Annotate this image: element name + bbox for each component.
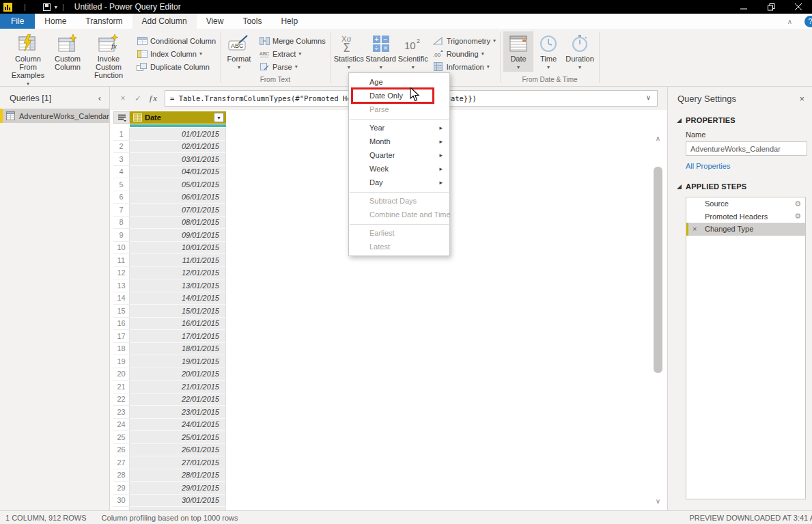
profiling-status[interactable]: Column profiling based on top 1000 rows	[102, 514, 238, 522]
table-row[interactable]: 20 20/01/2015	[113, 368, 227, 381]
date-cell[interactable]: 09/01/2015	[130, 229, 226, 242]
collapse-queries-panel-icon[interactable]: ‹	[98, 93, 101, 103]
table-row[interactable]: 19 19/01/2015	[113, 355, 227, 368]
table-row[interactable]: 14 14/01/2015	[113, 292, 227, 305]
menu-item[interactable]: Earliest ▸	[349, 226, 449, 240]
query-item-adventureworks-calendar[interactable]: AdventureWorks_Calendar	[0, 109, 109, 123]
table-row[interactable]: 4 04/01/2015	[113, 166, 227, 179]
help-icon[interactable]: ?	[804, 16, 812, 27]
date-cell[interactable]: 29/01/2015	[130, 482, 226, 495]
menu-item[interactable]: Subtract Days ▸	[349, 194, 449, 208]
column-from-examples-button[interactable]: Column From Examples ▾	[5, 31, 51, 88]
date-cell[interactable]: 25/01/2015	[130, 431, 226, 444]
merge-columns-button[interactable]: Merge Columns	[259, 34, 326, 47]
table-row[interactable]: 1 01/01/2015	[113, 128, 227, 141]
trigonometry-button[interactable]: Trigonometry ▾	[433, 34, 496, 47]
parse-button[interactable]: Parse ▾	[259, 60, 326, 73]
table-row[interactable]: 3 03/01/2015	[113, 153, 227, 166]
date-cell[interactable]: 02/01/2015	[130, 141, 226, 154]
table-row[interactable]: 6 06/01/2015	[113, 191, 227, 204]
ribbon-tab[interactable]: View	[197, 14, 234, 29]
date-cell[interactable]: 17/01/2015	[130, 330, 226, 343]
delete-step-icon[interactable]: ×	[692, 225, 697, 233]
table-row[interactable]: 5 05/01/2015	[113, 178, 227, 191]
date-cell[interactable]: 18/01/2015	[130, 343, 226, 356]
applied-step[interactable]: × Changed Type ⚙	[686, 223, 805, 236]
scroll-down-icon[interactable]: ∨	[652, 497, 664, 505]
close-query-settings-icon[interactable]: ×	[799, 94, 804, 104]
table-row[interactable]: 25 25/01/2015	[113, 431, 227, 444]
column-header-date[interactable]: Date ▼	[130, 111, 226, 124]
date-cell[interactable]: 08/01/2015	[130, 217, 226, 230]
ribbon-tab[interactable]: Help	[271, 14, 307, 29]
date-cell[interactable]: 30/01/2015	[130, 495, 226, 508]
menu-item[interactable]: Age ▸	[349, 75, 449, 89]
invoke-custom-function-button[interactable]: fx Invoke Custom Function	[85, 31, 132, 79]
menu-item[interactable]: Month ▸	[349, 135, 449, 148]
table-options-button[interactable]	[113, 111, 130, 124]
scroll-up-icon[interactable]: ∧	[652, 135, 664, 142]
date-cell[interactable]: 12/01/2015	[130, 267, 226, 280]
applied-step[interactable]: × Promoted Headers ⚙	[686, 210, 805, 223]
menu-item[interactable]: Parse ▸	[349, 102, 449, 116]
table-row[interactable]: 12 12/01/2015	[113, 267, 227, 280]
table-row[interactable]: 15 15/01/2015	[113, 305, 227, 318]
date-cell[interactable]: 28/01/2015	[130, 469, 226, 482]
date-cell[interactable]: 13/01/2015	[130, 279, 226, 292]
date-cell[interactable]: 05/01/2015	[130, 178, 226, 191]
ribbon-tab[interactable]: Add Column	[132, 14, 197, 29]
vertical-scrollbar[interactable]: ∧ ∨	[652, 130, 664, 506]
menu-item[interactable]: Quarter ▸	[349, 148, 449, 162]
date-cell[interactable]: 23/01/2015	[130, 406, 226, 419]
standard-button[interactable]: +−÷× Standard ▾	[365, 31, 397, 72]
step-settings-gear-icon[interactable]: ⚙	[794, 212, 801, 221]
date-cell[interactable]: 04/01/2015	[130, 166, 226, 179]
date-cell[interactable]: 10/01/2015	[130, 242, 226, 255]
date-cell[interactable]: 21/01/2015	[130, 381, 226, 394]
column-filter-button[interactable]: ▼	[214, 113, 224, 122]
restore-button[interactable]	[757, 0, 785, 14]
date-cell[interactable]: 06/01/2015	[130, 191, 226, 204]
close-button[interactable]	[785, 0, 812, 14]
information-button[interactable]: Information ▾	[433, 60, 496, 73]
custom-column-button[interactable]: Custom Column	[51, 31, 85, 71]
formula-commit-button[interactable]: ✓	[130, 94, 145, 103]
duplicate-column-button[interactable]: Duplicate Column	[137, 60, 216, 73]
format-button[interactable]: ABC Format ▾	[223, 31, 255, 72]
ribbon-tab[interactable]: Home	[35, 14, 76, 29]
time-button[interactable]: Time ▾	[533, 31, 563, 72]
statistics-button[interactable]: ΧσΣ Statistics ▾	[333, 31, 365, 72]
table-row[interactable]: 22 22/01/2015	[113, 394, 227, 406]
formula-expand-chevron-icon[interactable]: ∨	[646, 94, 651, 101]
table-row[interactable]: 27 27/01/2015	[113, 456, 227, 469]
applied-step[interactable]: × Source ⚙	[686, 197, 805, 210]
table-row[interactable]: 13 13/01/2015	[113, 279, 227, 292]
date-cell[interactable]: 03/01/2015	[130, 153, 226, 166]
table-row[interactable]: 9 09/01/2015	[113, 229, 227, 242]
table-row[interactable]: 2 02/01/2015	[113, 141, 227, 154]
menu-item[interactable]: Year ▸	[349, 121, 449, 135]
menu-item[interactable]: Combine Date and Time ▸	[349, 208, 449, 221]
table-row[interactable]: 21 21/01/2015	[113, 381, 227, 394]
menu-item[interactable]: ▸	[350, 191, 449, 193]
date-cell[interactable]: 26/01/2015	[130, 444, 226, 457]
menu-item[interactable]: ▸	[350, 223, 449, 225]
duration-button[interactable]: Duration ▾	[563, 31, 596, 72]
table-row[interactable]: 24 24/01/2015	[113, 419, 227, 432]
ribbon-tab[interactable]: Transform	[76, 14, 132, 29]
table-row[interactable]: 17 17/01/2015	[113, 330, 227, 343]
extract-button[interactable]: ABC Extract ▾	[259, 47, 326, 60]
date-cell[interactable]: 16/01/2015	[130, 318, 226, 331]
table-row[interactable]: 7 07/01/2015	[113, 204, 227, 217]
table-row[interactable]: 28 28/01/2015	[113, 469, 227, 482]
date-button[interactable]: Date ▾	[503, 31, 533, 72]
save-icon[interactable]	[43, 3, 51, 11]
menu-item[interactable]: ▸	[350, 118, 449, 120]
properties-section-header[interactable]: PROPERTIES	[677, 116, 806, 124]
menu-item[interactable]: Week ▸	[349, 162, 449, 176]
ribbon-tab[interactable]: Tools	[233, 14, 271, 29]
menu-item[interactable]: Latest ▸	[349, 240, 449, 253]
step-settings-gear-icon[interactable]: ⚙	[794, 199, 801, 208]
table-row[interactable]: 30 30/01/2015	[113, 495, 227, 508]
date-cell[interactable]: 15/01/2015	[130, 305, 226, 318]
